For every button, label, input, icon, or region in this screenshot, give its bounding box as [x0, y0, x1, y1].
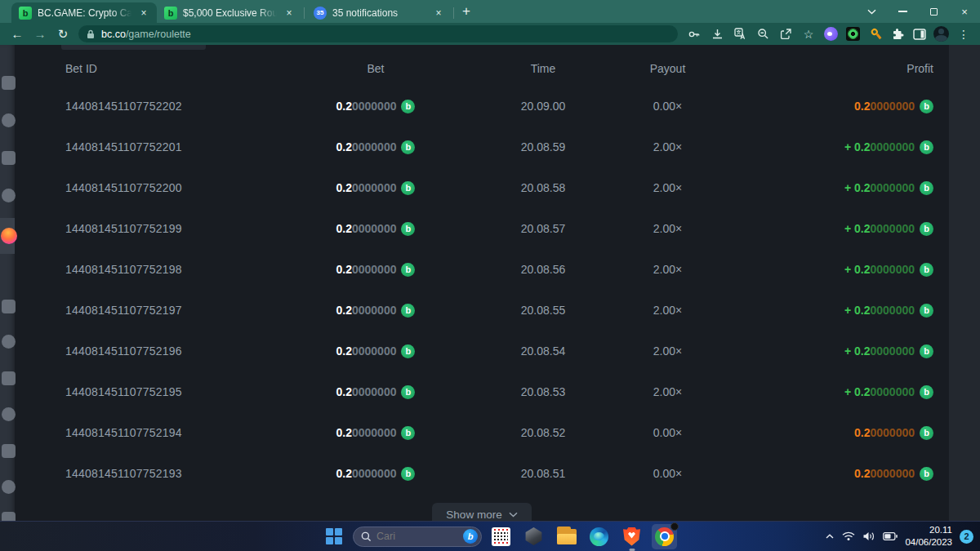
tab-close-icon[interactable]: × — [137, 7, 150, 20]
sidebar-menu-icon[interactable] — [2, 189, 16, 202]
bet-amount-cell: 0.20000000 b — [294, 385, 457, 399]
bcd-coin-icon: b — [920, 140, 933, 154]
bcgame-favicon: b — [19, 7, 32, 20]
share-icon[interactable] — [776, 24, 795, 44]
bookmark-star-icon[interactable]: ☆ — [799, 24, 818, 44]
close-button[interactable]: × — [949, 0, 980, 23]
profit-cell: + 0.20000000 b — [706, 344, 933, 358]
sidebar-menu-icon[interactable] — [2, 151, 16, 165]
translate-icon[interactable] — [730, 24, 750, 44]
sidebar-menu-icon[interactable] — [2, 335, 16, 349]
tab-close-icon[interactable]: × — [283, 7, 296, 20]
bet-amount-cell: 0.20000000 b — [294, 222, 457, 236]
download-icon[interactable] — [707, 24, 727, 44]
zoom-icon[interactable] — [753, 24, 773, 44]
start-button-icon[interactable] — [326, 528, 343, 545]
bet-id-cell: 144081451107752200 — [65, 181, 294, 194]
extension-purple-icon[interactable] — [822, 24, 840, 43]
gem-app-icon[interactable] — [520, 523, 547, 550]
password-key-icon[interactable] — [684, 24, 704, 44]
bet-amount-cell: 0.20000000 b — [294, 344, 457, 358]
table-row[interactable]: 144081451107752193 0.20000000 b 20.08.51… — [15, 453, 949, 494]
back-icon[interactable]: ← — [7, 24, 28, 44]
browser-menu-kebab-icon[interactable]: ⋮ — [954, 24, 973, 44]
table-row[interactable]: 144081451107752202 0.20000000 b 20.09.00… — [15, 86, 949, 127]
table-row[interactable]: 144081451107752195 0.20000000 b 20.08.53… — [15, 371, 949, 412]
sidebar-menu-icon[interactable] — [2, 407, 16, 421]
battery-icon[interactable] — [883, 532, 898, 540]
edge-browser-icon[interactable] — [586, 523, 612, 550]
browser-tab-3[interactable]: 35 35 notifications × — [306, 2, 452, 23]
bcd-coin-icon: b — [920, 385, 933, 399]
maximize-button[interactable] — [918, 0, 949, 23]
notification-count-badge[interactable]: 2 — [960, 530, 973, 544]
sidebar-menu-icon[interactable] — [2, 480, 16, 494]
extension-key-icon[interactable] — [866, 24, 884, 43]
bcd-coin-icon: b — [920, 344, 933, 358]
taskbar-clock[interactable]: 20.11 04/06/2023 — [905, 524, 952, 549]
sidebar-menu-icon[interactable] — [2, 444, 16, 458]
wifi-icon[interactable] — [842, 531, 855, 541]
bet-id-cell: 144081451107752202 — [65, 100, 294, 113]
bcd-coin-icon: b — [401, 181, 415, 195]
search-icon — [361, 531, 372, 542]
bcd-coin-icon: b — [920, 181, 933, 195]
extension-gear-icon[interactable] — [844, 24, 862, 43]
bet-id-cell: 144081451107752199 — [65, 222, 294, 235]
bcd-coin-icon: b — [401, 426, 415, 440]
side-panel-icon[interactable] — [910, 24, 929, 43]
sidebar-menu-icon[interactable] — [2, 113, 16, 127]
bcd-coin-icon: b — [401, 140, 415, 154]
extensions-puzzle-icon[interactable] — [888, 24, 906, 43]
sidebar-menu-icon[interactable] — [2, 300, 16, 313]
minimize-button[interactable] — [887, 0, 918, 23]
tracker-app-icon[interactable] — [488, 523, 514, 550]
brave-browser-icon[interactable] — [618, 523, 645, 550]
chrome-browser-icon[interactable] — [651, 523, 678, 550]
tab-close-icon[interactable]: × — [432, 7, 445, 20]
sidebar-menu-icon[interactable] — [2, 371, 16, 385]
reload-icon[interactable]: ↻ — [52, 24, 74, 44]
search-input[interactable] — [376, 531, 458, 542]
table-row[interactable]: 144081451107752199 0.20000000 b 20.08.57… — [15, 208, 949, 249]
browser-tab-1[interactable]: b BC.GAME: Crypto Casino Games × — [11, 2, 157, 23]
taskbar-search[interactable]: b — [353, 527, 482, 547]
bcd-coin-icon: b — [920, 222, 933, 236]
profit-cell: 0.20000000 b — [706, 426, 933, 440]
forward-icon[interactable]: → — [29, 24, 51, 44]
table-row[interactable]: 144081451107752200 0.20000000 b 20.08.58… — [15, 167, 949, 208]
bet-amount-cell: 0.20000000 b — [294, 100, 457, 113]
profit-cell: + 0.20000000 b — [706, 181, 933, 195]
browser-tab-2[interactable]: b $5,000 Exclusive Roulette Prestig × — [157, 2, 302, 23]
time-cell: 20.08.54 — [457, 344, 629, 358]
payout-cell: 2.00× — [629, 140, 706, 153]
bet-amount-cell: 0.20000000 b — [294, 426, 457, 440]
tab-title: BC.GAME: Crypto Casino Games — [38, 7, 131, 19]
bet-id-cell: 144081451107752198 — [65, 263, 294, 276]
sidebar-menu-icon[interactable] — [2, 512, 16, 521]
table-row[interactable]: 144081451107752201 0.20000000 b 20.08.59… — [15, 127, 949, 167]
payout-cell: 0.00× — [629, 426, 706, 439]
table-row[interactable]: 144081451107752197 0.20000000 b 20.08.55… — [15, 290, 949, 331]
clock-time: 20.11 — [905, 524, 952, 536]
col-profit: Profit — [706, 62, 933, 75]
tray-chevron-up-icon[interactable] — [825, 533, 835, 540]
address-bar[interactable]: bc.co/game/roulette — [78, 25, 678, 42]
bet-amount-cell: 0.20000000 b — [294, 140, 457, 154]
bcd-coin-icon: b — [401, 222, 415, 236]
volume-icon[interactable] — [862, 531, 875, 541]
table-row[interactable]: 144081451107752194 0.20000000 b 20.08.52… — [15, 412, 949, 453]
profile-avatar[interactable] — [932, 24, 951, 43]
bcd-coin-icon: b — [401, 304, 415, 318]
table-row[interactable]: 144081451107752196 0.20000000 b 20.08.54… — [15, 331, 949, 371]
profit-cell: + 0.20000000 b — [706, 222, 933, 236]
sidebar-menu-icon[interactable] — [2, 76, 16, 90]
show-more-button[interactable]: Show more — [432, 503, 532, 521]
table-row[interactable]: 144081451107752198 0.20000000 b 20.08.56… — [15, 249, 949, 290]
time-cell: 20.08.51 — [457, 467, 629, 480]
scrollbar-track[interactable] — [949, 45, 980, 521]
new-tab-button[interactable]: + — [456, 1, 477, 22]
tab-search-icon[interactable] — [856, 0, 887, 23]
file-explorer-icon[interactable] — [553, 523, 580, 550]
bet-table-body: 144081451107752202 0.20000000 b 20.09.00… — [15, 75, 949, 494]
